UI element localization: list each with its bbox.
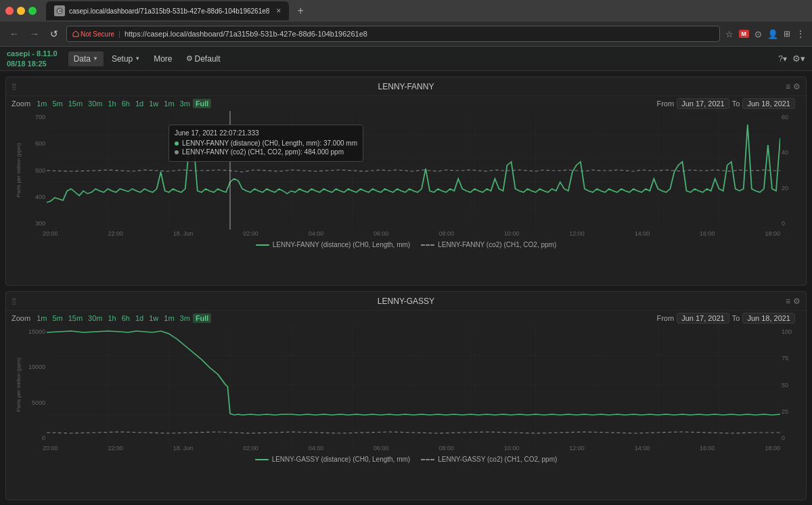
zoom-1m-1[interactable]: 1m bbox=[34, 99, 49, 108]
zoom-1h-1[interactable]: 1h bbox=[106, 99, 119, 108]
more-options-icon[interactable]: ⋮ bbox=[796, 28, 805, 39]
chart1-title: LENNY-FANNY bbox=[378, 82, 434, 91]
chart2-svg bbox=[47, 326, 780, 444]
close-tab-button[interactable]: × bbox=[276, 6, 281, 16]
tooltip-title-1: June 17, 2021 22:07:21.333 bbox=[175, 129, 357, 137]
nav-default-button[interactable]: ⚙ Default bbox=[181, 51, 226, 66]
svg-text:C: C bbox=[58, 9, 61, 14]
chart2-title: LENNY-GASSY bbox=[378, 297, 434, 306]
active-tab[interactable]: C casepi.local/dashboard/71a315b9-531b-4… bbox=[46, 1, 289, 20]
main-content: ⣿ LENNY-FANNY ≡ ⚙ Zoom 1m 5m 15m 30m 1h … bbox=[0, 71, 812, 505]
tab-favicon: C bbox=[54, 5, 65, 16]
chart1-svg bbox=[47, 111, 780, 229]
zoom-1w-1[interactable]: 1w bbox=[146, 99, 161, 108]
refresh-button[interactable]: ↺ bbox=[47, 27, 61, 41]
drag-handle-1: ⣿ bbox=[12, 83, 16, 90]
chart2-menu-icon[interactable]: ≡ bbox=[786, 297, 790, 306]
tooltip-dot-1 bbox=[175, 141, 179, 146]
zoom-3m-2[interactable]: 3m bbox=[177, 313, 193, 323]
app-toolbar: casepi - 8.11.0 08/18 18:25 Data ▼ Setup… bbox=[0, 47, 812, 71]
legend-item-4: LENNY-GASSY (co2) (CH1, CO2, ppm) bbox=[421, 456, 557, 463]
legend-item-3: LENNY-GASSY (distance) (CH0, Length, mm) bbox=[255, 456, 411, 463]
zoom-1d-2[interactable]: 1d bbox=[133, 313, 146, 323]
app-datetime: 08/18 18:25 bbox=[7, 59, 58, 68]
address-bar[interactable]: Not Secure | https://casepi.local/dashbo… bbox=[66, 26, 720, 42]
chart2-settings-icon[interactable]: ⚙ bbox=[793, 297, 800, 306]
legend-label-1: LENNY-FANNY (distance) (CH0, Length, mm) bbox=[273, 241, 410, 248]
tab-bar: C casepi.local/dashboard/71a315b9-531b-4… bbox=[0, 0, 812, 22]
settings-button[interactable]: ⚙▾ bbox=[792, 53, 805, 64]
zoom-full-2[interactable]: Full bbox=[193, 313, 212, 323]
browser-chrome: C casepi.local/dashboard/71a315b9-531b-4… bbox=[0, 0, 812, 47]
date-range-2: From Jun 17, 2021 To Jun 18, 2021 bbox=[656, 313, 800, 324]
app-toolbar-right: ?▾ ⚙▾ bbox=[778, 53, 805, 64]
back-button[interactable]: ← bbox=[7, 27, 22, 41]
bookmark-icon[interactable]: ☆ bbox=[725, 29, 734, 39]
zoom-6h-2[interactable]: 6h bbox=[119, 313, 133, 323]
zoom-label-1: Zoom bbox=[12, 100, 30, 108]
zoom-15m-2[interactable]: 15m bbox=[66, 313, 85, 323]
address-bar-row: ← → ↺ Not Secure | https://casepi.local/… bbox=[0, 22, 812, 46]
to-date-1[interactable]: Jun 18, 2021 bbox=[742, 98, 795, 109]
zoom-15m-1[interactable]: 15m bbox=[66, 99, 85, 108]
legend-item-2: LENNY-FANNY (co2) (CH1, CO2, ppm) bbox=[421, 241, 556, 248]
nav-setup-menu[interactable]: Setup ▼ bbox=[106, 51, 145, 66]
extension-icon[interactable]: ⊙ bbox=[754, 29, 762, 39]
y-axis-left-label-2: Parts per million (ppm) bbox=[16, 357, 22, 412]
zoom-3m-1[interactable]: 3m bbox=[177, 99, 193, 108]
zoom-30m-1[interactable]: 30m bbox=[85, 99, 105, 108]
url-text: https://casepi.local/dashboard/71a315b9-… bbox=[125, 30, 367, 38]
to-date-2[interactable]: Jun 18, 2021 bbox=[742, 313, 795, 324]
chart1-menu-icon[interactable]: ≡ bbox=[786, 82, 790, 91]
legend-line-4 bbox=[421, 459, 434, 460]
zoom-5m-2[interactable]: 5m bbox=[49, 313, 65, 323]
tooltip-row-1: LENNY-FANNY (distance) (CH0, Length, mm)… bbox=[175, 139, 357, 147]
zoom-label-2: Zoom bbox=[12, 314, 30, 322]
forward-button[interactable]: → bbox=[27, 27, 42, 41]
traffic-lights bbox=[5, 7, 37, 15]
chart1-legend: LENNY-FANNY (distance) (CH0, Length, mm)… bbox=[6, 238, 806, 251]
zoom-5m-1[interactable]: 5m bbox=[49, 99, 65, 108]
puzzle-icon[interactable]: ⊞ bbox=[784, 29, 790, 39]
app-name-version: casepi - 8.11.0 bbox=[7, 49, 58, 58]
security-indicator: Not Secure bbox=[72, 30, 114, 38]
tooltip-dot-2 bbox=[175, 150, 179, 154]
zoom-1w-2[interactable]: 1w bbox=[146, 313, 161, 323]
help-button[interactable]: ?▾ bbox=[778, 54, 787, 64]
zoom-1h-2[interactable]: 1h bbox=[106, 313, 119, 323]
nav-more-menu[interactable]: More bbox=[148, 51, 177, 66]
new-tab-button[interactable]: + bbox=[293, 5, 307, 17]
legend-item-1: LENNY-FANNY (distance) (CH0, Length, mm) bbox=[256, 241, 410, 248]
nav-data-menu[interactable]: Data ▼ bbox=[68, 51, 104, 66]
chart1-settings-icon[interactable]: ⚙ bbox=[793, 82, 800, 91]
chevron-down-icon-2: ▼ bbox=[135, 56, 140, 62]
tooltip-text-2: LENNY-FANNY (co2) (CH1, CO2, ppm): 484.0… bbox=[182, 148, 344, 156]
from-date-1[interactable]: Jun 17, 2021 bbox=[677, 98, 729, 109]
legend-line-1 bbox=[256, 244, 269, 246]
tab-title: casepi.local/dashboard/71a315b9-531b-427… bbox=[69, 7, 269, 15]
from-date-2[interactable]: Jun 17, 2021 bbox=[677, 313, 729, 324]
user-icon[interactable]: 👤 bbox=[767, 29, 778, 39]
legend-line-3 bbox=[255, 459, 269, 460]
chevron-down-icon: ▼ bbox=[93, 56, 98, 62]
date-range-1: From Jun 17, 2021 To Jun 18, 2021 bbox=[656, 98, 800, 109]
zoom-full-1[interactable]: Full bbox=[193, 99, 212, 108]
chart-panel-lenny-gassy: ⣿ LENNY-GASSY ≡ ⚙ Zoom 1m 5m 15m 30m 1h … bbox=[5, 291, 807, 500]
zoom-1mo-1[interactable]: 1m bbox=[161, 99, 177, 108]
zoom-1mo-2[interactable]: 1m bbox=[161, 313, 177, 323]
legend-label-2: LENNY-FANNY (co2) (CH1, CO2, ppm) bbox=[438, 241, 556, 248]
legend-line-2 bbox=[421, 244, 434, 246]
browser-toolbar-icons: ☆ M ⊙ 👤 ⊞ ⋮ bbox=[725, 28, 806, 39]
chart1-tooltip: June 17, 2021 22:07:21.333 LENNY-FANNY (… bbox=[168, 125, 363, 162]
maximize-window-button[interactable] bbox=[28, 7, 37, 15]
zoom-1d-1[interactable]: 1d bbox=[133, 99, 146, 108]
y-axis-left-label-1: Parts per million (ppm) bbox=[16, 143, 22, 197]
zoom-1m-2[interactable]: 1m bbox=[34, 313, 49, 323]
zoom-6h-1[interactable]: 6h bbox=[119, 99, 133, 108]
legend-label-4: LENNY-GASSY (co2) (CH1, CO2, ppm) bbox=[438, 456, 557, 463]
close-window-button[interactable] bbox=[5, 7, 14, 15]
gmail-icon[interactable]: M bbox=[739, 30, 750, 38]
minimize-window-button[interactable] bbox=[17, 7, 25, 15]
zoom-30m-2[interactable]: 30m bbox=[85, 313, 105, 323]
tooltip-row-2: LENNY-FANNY (co2) (CH1, CO2, ppm): 484.0… bbox=[175, 148, 357, 156]
